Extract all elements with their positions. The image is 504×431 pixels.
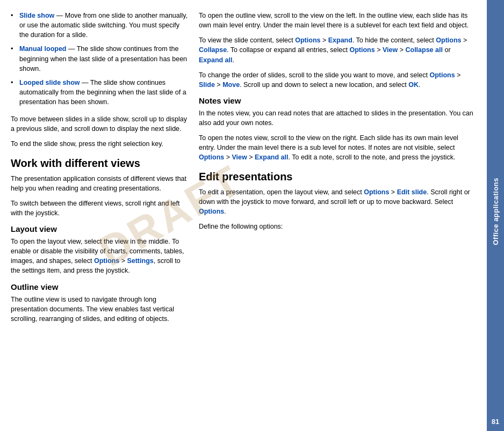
slide-show-link[interactable]: Slide show xyxy=(19,12,54,19)
expand-link[interactable]: Expand xyxy=(328,36,352,44)
page-number: 81 xyxy=(492,418,499,426)
expand-all-link[interactable]: Expand all xyxy=(199,56,233,64)
options-link-edit[interactable]: Options xyxy=(364,188,389,196)
main-content: DRAFT Slide show — Move from one slide t… xyxy=(0,0,487,431)
para-end-slide-show: To end the slide show, press the right s… xyxy=(11,139,188,149)
move-link[interactable]: Move xyxy=(222,81,240,89)
edit-presentations-heading: Edit presentations xyxy=(199,170,474,183)
para-edit-presentation: To edit a presentation, open the layout … xyxy=(199,187,474,216)
options-link-rc4[interactable]: Options xyxy=(429,71,455,79)
expand-all-notes-link[interactable]: Expand all xyxy=(255,154,289,161)
right-column: To open the outline view, scroll to the … xyxy=(199,11,474,420)
para-move-between-slides: To move between slides in a slide show, … xyxy=(11,114,188,134)
manual-looped-link[interactable]: Manual looped xyxy=(19,45,67,53)
para-open-outline: To open the outline view, scroll to the … xyxy=(199,11,474,30)
list-item: Slide show — Move from one slide to anot… xyxy=(11,11,188,40)
options-link-notes[interactable]: Options xyxy=(199,154,224,161)
ok-link[interactable]: OK xyxy=(408,81,419,89)
options-link-rc2[interactable]: Options xyxy=(436,36,461,44)
notes-view-heading: Notes view xyxy=(199,96,474,105)
bullet-list: Slide show — Move from one slide to anot… xyxy=(11,11,188,107)
collapse-link[interactable]: Collapse xyxy=(199,46,227,54)
left-column: Slide show — Move from one slide to anot… xyxy=(11,11,188,420)
options-link-edit2[interactable]: Options xyxy=(199,208,224,215)
list-item: Looped slide show — The slide show conti… xyxy=(11,78,188,107)
para-presentation-app: The presentation application consists of… xyxy=(11,174,188,193)
para-outline-view: The outline view is used to navigate thr… xyxy=(11,295,188,324)
sidebar-title: Office applications xyxy=(492,178,500,245)
slide-link[interactable]: Slide xyxy=(199,81,215,89)
view-link-rc1[interactable]: View xyxy=(383,46,398,54)
para-change-order: To change the order of slides, scroll to… xyxy=(199,70,474,90)
para-notes-view-2: To open the notes view, scroll to the vi… xyxy=(199,133,474,162)
view-link-notes[interactable]: View xyxy=(232,154,247,161)
para-view-slide-content: To view the slide content, select Option… xyxy=(199,35,474,64)
para-notes-view-1: In the notes view, you can read notes th… xyxy=(199,108,474,128)
collapse-all-link[interactable]: Collapse all xyxy=(405,46,442,54)
settings-link[interactable]: Settings xyxy=(127,257,153,265)
options-link-rc1[interactable]: Options xyxy=(295,36,320,44)
list-item: Manual looped — The slide show continues… xyxy=(11,44,188,73)
para-switch-views: To switch between the different views, s… xyxy=(11,199,188,218)
edit-slide-link[interactable]: Edit slide xyxy=(397,188,427,196)
para-define-options: Define the following options: xyxy=(199,222,474,231)
layout-view-heading: Layout view xyxy=(11,224,188,233)
sidebar: Office applications 81 xyxy=(487,0,504,431)
work-with-views-heading: Work with different views xyxy=(11,157,188,170)
outline-view-heading: Outline view xyxy=(11,282,188,291)
options-link-layout[interactable]: Options xyxy=(94,257,119,265)
looped-slide-show-link[interactable]: Looped slide show xyxy=(19,79,80,86)
para-layout-view: To open the layout view, select the view… xyxy=(11,237,188,276)
options-link-rc3[interactable]: Options xyxy=(349,46,375,54)
